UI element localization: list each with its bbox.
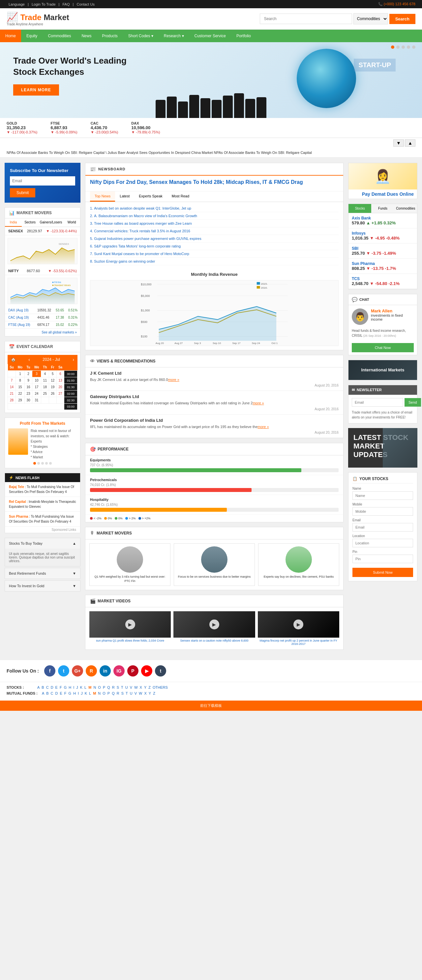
newsletter-email-input[interactable] xyxy=(10,176,75,186)
video-thumb-3[interactable]: ▶ xyxy=(258,611,339,638)
nav-products[interactable]: Products xyxy=(97,30,123,42)
cal-day[interactable]: 14 xyxy=(8,384,16,390)
alpha-t[interactable]: T xyxy=(121,686,123,689)
cal-day-today[interactable]: 3 xyxy=(32,371,41,377)
invest-gold-header[interactable]: How To Invest In Gold ▼ xyxy=(5,581,80,591)
tab-most-read[interactable]: Most Read xyxy=(167,191,194,202)
tab-commodities[interactable]: Commodities xyxy=(394,204,417,213)
stock-name-infosys[interactable]: Infosys xyxy=(352,231,414,235)
mf-alpha-l[interactable]: L xyxy=(89,691,91,695)
nav-portfolio[interactable]: Portfolio xyxy=(231,30,256,42)
youtube-icon[interactable]: ▶ xyxy=(141,665,152,676)
alpha-v[interactable]: V xyxy=(130,686,132,689)
alpha-s[interactable]: S xyxy=(117,686,119,689)
play-icon-2[interactable]: ▶ xyxy=(209,619,219,629)
retirement-funds-header[interactable]: Best Retirement Funds ▼ xyxy=(5,568,80,579)
alpha-o[interactable]: O xyxy=(98,686,101,689)
mf-alpha-k[interactable]: K xyxy=(85,691,87,695)
rec-more-1[interactable]: more » xyxy=(168,378,179,382)
mf-alpha-q[interactable]: Q xyxy=(112,691,115,695)
mf-alpha-p[interactable]: P xyxy=(107,691,110,695)
mf-alpha-i[interactable]: I xyxy=(78,691,79,695)
cal-day[interactable]: 12 xyxy=(49,377,56,384)
cal-day[interactable]: 13 xyxy=(56,377,64,384)
cal-day[interactable]: 29 xyxy=(16,397,25,404)
list-item[interactable]: Analysts bet on aviation despite weak Q1… xyxy=(90,205,339,212)
nav-research[interactable]: Research ▾ xyxy=(159,30,189,42)
play-icon-1[interactable]: ▶ xyxy=(125,619,135,629)
profit-dot-5[interactable] xyxy=(49,462,52,465)
mf-alpha-u[interactable]: U xyxy=(130,691,132,695)
hero-dot-4[interactable] xyxy=(407,46,410,49)
mf-alpha-w[interactable]: W xyxy=(139,691,142,695)
mf-alpha-r[interactable]: R xyxy=(117,691,119,695)
mf-alpha-d[interactable]: D xyxy=(56,691,58,695)
pinterest-icon[interactable]: P xyxy=(127,665,139,676)
cal-day[interactable] xyxy=(49,397,56,404)
video-thumb-1[interactable]: ▶ xyxy=(89,611,171,638)
play-icon-3[interactable]: ▶ xyxy=(293,619,303,629)
hero-dot-5[interactable] xyxy=(412,46,416,49)
cal-day[interactable]: 7 xyxy=(8,377,16,384)
form-input-location[interactable] xyxy=(352,539,413,547)
alpha-z[interactable]: Z xyxy=(148,686,151,689)
alpha-j[interactable]: J xyxy=(76,686,78,689)
cal-day[interactable]: 6 xyxy=(56,371,64,377)
nav-short-codes[interactable]: Short Codes ▾ xyxy=(123,30,159,42)
cal-day[interactable]: 27 xyxy=(56,390,64,397)
tab-latest[interactable]: Latest xyxy=(115,191,134,202)
alpha-e[interactable]: E xyxy=(56,686,58,689)
mf-alpha-g[interactable]: G xyxy=(68,691,72,695)
cal-day[interactable]: 30 xyxy=(24,397,32,404)
cal-day[interactable]: 17 xyxy=(32,384,41,390)
alpha-u[interactable]: U xyxy=(125,686,128,689)
cal-day[interactable]: 11 xyxy=(41,377,49,384)
your-stocks-submit-btn[interactable]: Submit Now xyxy=(352,568,413,577)
alpha-b[interactable]: B xyxy=(41,686,44,689)
right-newsletter-input[interactable] xyxy=(352,398,403,407)
form-input-mobile[interactable] xyxy=(352,507,413,516)
cal-day[interactable]: 4 xyxy=(41,371,49,377)
cal-prev-btn[interactable]: ‹ xyxy=(29,357,30,362)
profit-dot-1[interactable] xyxy=(33,462,36,465)
list-item[interactable]: Tree House rallies as board approves mer… xyxy=(90,220,339,228)
search-input[interactable] xyxy=(260,14,352,24)
scroll-down-btn[interactable]: ▼ xyxy=(393,139,404,146)
cal-day[interactable]: 28 xyxy=(8,397,16,404)
nav-equity[interactable]: Equity xyxy=(21,30,43,42)
profit-dot-2[interactable] xyxy=(37,462,40,465)
cal-day[interactable] xyxy=(8,371,16,377)
alpha-a[interactable]: A xyxy=(37,686,40,689)
form-input-pin[interactable] xyxy=(352,555,413,563)
alpha-h[interactable]: H xyxy=(68,686,71,689)
cal-day[interactable]: 1 xyxy=(16,371,25,377)
tab-experts-speak[interactable]: Experts Speak xyxy=(134,191,167,202)
faq-link[interactable]: FAQ xyxy=(63,2,70,6)
alpha-g[interactable]: G xyxy=(64,686,67,689)
cal-day[interactable]: 24 xyxy=(32,390,41,397)
alpha-c[interactable]: C xyxy=(46,686,49,689)
alpha-w[interactable]: W xyxy=(134,686,137,689)
form-input-name[interactable] xyxy=(352,491,413,500)
alpha-q[interactable]: Q xyxy=(107,686,110,689)
facebook-icon[interactable]: f xyxy=(44,665,56,676)
rec-more-3[interactable]: more » xyxy=(258,425,269,429)
mf-alpha-t[interactable]: T xyxy=(126,691,128,695)
cal-day[interactable]: 25 xyxy=(41,390,49,397)
list-item[interactable]: Gujarat Industries power purchase agreem… xyxy=(90,235,339,243)
tab-funds[interactable]: Funds xyxy=(371,204,394,213)
login-link[interactable]: Login To Trade xyxy=(32,2,56,6)
alpha-r[interactable]: R xyxy=(112,686,115,689)
footer-download-btn[interactable]: 前往下载模板 xyxy=(0,700,422,711)
mf-alpha-s[interactable]: S xyxy=(121,691,124,695)
alpha-p[interactable]: P xyxy=(103,686,105,689)
newsletter-submit-btn[interactable]: Submit xyxy=(10,188,35,197)
list-item[interactable]: A. Balasubramaniam on Macro view of Indi… xyxy=(90,212,339,220)
mf-alpha-o[interactable]: O xyxy=(102,691,105,695)
list-item[interactable]: Sunil Kant Munjal ceases to be promoter … xyxy=(90,250,339,258)
see-all-global-link[interactable]: See all global markets » xyxy=(5,329,80,336)
stock-name-sbi[interactable]: SBI xyxy=(352,246,414,251)
mf-alpha-y[interactable]: Y xyxy=(149,691,151,695)
cal-day[interactable]: 19 xyxy=(49,384,56,390)
tab-top-news[interactable]: Top News xyxy=(90,191,115,202)
